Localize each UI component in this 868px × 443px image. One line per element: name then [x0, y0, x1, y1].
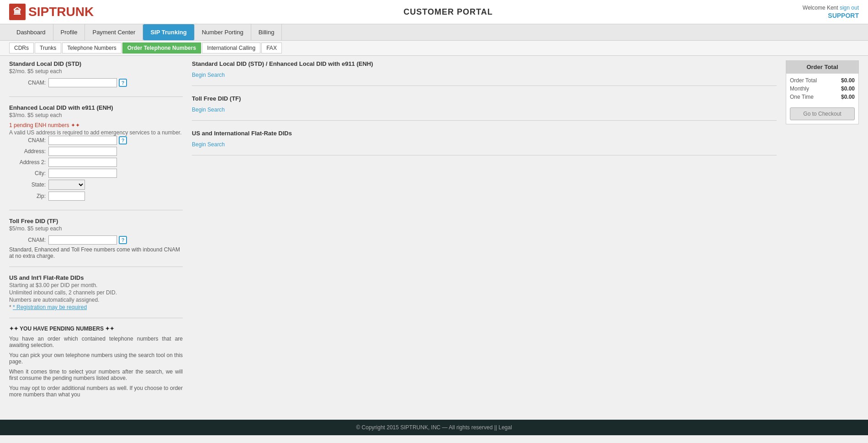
flat-rate-desc2: Unlimited inbound calls, 2 channels per … [9, 289, 183, 296]
subnav-fax[interactable]: FAX [261, 43, 282, 53]
enh-city-input[interactable] [48, 169, 117, 178]
nav-number-porting[interactable]: Number Porting [195, 24, 251, 40]
flat-rate-reg: * * Registration may be required [9, 304, 183, 310]
tf-did-title: Toll Free DID (TF) [9, 218, 183, 224]
std-did-price: $2/mo. $5 setup each [9, 68, 183, 75]
flat-rate-title: US and Int'l Flat-Rate DIDs [9, 274, 183, 281]
enh-state-row: State: ALAKAZ CACOFL GAILNY TX [9, 180, 183, 190]
welcome-text: Welcome Kent [803, 5, 838, 11]
order-total-body: Order Total $0.00 Monthly $0.00 One Time… [786, 74, 858, 124]
std-cnam-label: CNAM: [9, 80, 46, 86]
flat-rate-desc3: Numbers are automatically assigned. [9, 297, 183, 303]
enh-zip-row: Zip: [9, 192, 183, 201]
tf-search-title: Toll Free DID (TF) [192, 95, 777, 102]
enh-did-title: Enhanced Local DID with e911 (ENH) [9, 104, 183, 111]
enh-address2-row: Address 2: [9, 158, 183, 167]
tf-cnam-input[interactable] [48, 235, 117, 245]
logo-text: SIPTRUNK [28, 5, 94, 19]
order-total-label: Order Total [790, 77, 817, 84]
enh-address-note: A valid US address is required to add em… [9, 129, 183, 136]
middle-panel: Standard Local DID (STD) / Enhanced Loca… [192, 60, 777, 401]
std-did-title: Standard Local DID (STD) [9, 60, 183, 67]
std-did-section: Standard Local DID (STD) $2/mo. $5 setup… [9, 60, 183, 97]
order-monthly-value: $0.00 [841, 85, 855, 92]
enh-cnam-label: CNAM: [9, 137, 46, 144]
pending-title: ✦✦ YOU HAVE PENDING NUMBERS ✦✦ [9, 326, 183, 332]
tf-cnam-row: CNAM: ? [9, 235, 183, 245]
nav-billing[interactable]: Billing [251, 24, 282, 40]
order-total-header: Order Total [786, 61, 858, 74]
enh-cnam-row: CNAM: ? [9, 136, 183, 145]
order-total-row: Order Total $0.00 [790, 77, 855, 84]
tf-cnam-label: CNAM: [9, 237, 46, 243]
std-enh-search-section: Standard Local DID (STD) / Enhanced Loca… [192, 60, 777, 86]
tf-begin-search[interactable]: Begin Search [192, 107, 225, 113]
enh-address2-label: Address 2: [9, 159, 46, 165]
enh-address2-input[interactable] [48, 158, 117, 167]
sign-out-link[interactable]: sign out [840, 5, 859, 11]
nav-dashboard[interactable]: Dashboard [9, 24, 53, 40]
subnav-trunks[interactable]: Trunks [35, 43, 61, 53]
enh-city-row: City: [9, 169, 183, 178]
pending-para4: You may opt to order additional numbers … [9, 385, 183, 398]
enh-address-row: Address: [9, 147, 183, 156]
tf-did-section: Toll Free DID (TF) $5/mo. $5 setup each … [9, 218, 183, 267]
nav-payment-center[interactable]: Payment Center [85, 24, 143, 40]
enh-address-input[interactable] [48, 147, 117, 156]
main-content: Standard Local DID (STD) $2/mo. $5 setup… [0, 56, 868, 406]
std-cnam-row: CNAM: ? [9, 78, 183, 87]
order-total-value: $0.00 [841, 77, 855, 84]
tf-did-price: $5/mo. $5 setup each [9, 225, 183, 232]
enh-did-price: $3/mo. $5 setup each [9, 112, 183, 118]
logo-trunk: TRUNK [49, 5, 94, 19]
registration-link[interactable]: * Registration may be required [13, 304, 87, 310]
pending-para2: You can pick your own telephone numbers … [9, 352, 183, 365]
order-onetime-value: $0.00 [841, 94, 855, 100]
right-panel: Order Total Order Total $0.00 Monthly $0… [786, 60, 859, 401]
tf-cnam-help-icon[interactable]: ? [119, 236, 127, 244]
cnam-info: Standard, Enhanced and Toll Free numbers… [9, 246, 183, 259]
order-total-box: Order Total Order Total $0.00 Monthly $0… [786, 60, 859, 124]
checkout-button[interactable]: Go to Checkout [790, 107, 855, 120]
order-onetime-row: One Time $0.00 [790, 94, 855, 100]
portal-title: CUSTOMER PORTAL [403, 7, 492, 17]
page-header: 🏛 SIPTRUNK CUSTOMER PORTAL Welcome Kent … [0, 0, 868, 24]
pending-section: ✦✦ YOU HAVE PENDING NUMBERS ✦✦ You have … [9, 326, 183, 398]
subnav-cdrs[interactable]: CDRs [9, 43, 34, 53]
main-nav: Dashboard Profile Payment Center SIP Tru… [0, 24, 868, 41]
order-monthly-label: Monthly [790, 85, 809, 92]
enh-zip-input[interactable] [48, 192, 85, 201]
enh-cnam-input[interactable] [48, 136, 117, 145]
order-onetime-label: One Time [790, 94, 814, 100]
std-cnam-help-icon[interactable]: ? [119, 79, 127, 87]
logo-icon: 🏛 [9, 4, 26, 20]
footer: © Copyright 2015 SIPTRUNK, INC — All rig… [0, 420, 868, 435]
pending-para3: When it comes time to select your number… [9, 368, 183, 381]
flatrate-search-section: US and International Flat-Rate DIDs Begi… [192, 130, 777, 155]
top-right: Welcome Kent sign out SUPPORT [803, 5, 859, 19]
logo: 🏛 SIPTRUNK [9, 4, 94, 20]
std-enh-begin-search[interactable]: Begin Search [192, 72, 225, 78]
nav-profile[interactable]: Profile [53, 24, 85, 40]
subnav-order-telephone-numbers[interactable]: Order Telephone Numbers [122, 43, 201, 53]
enh-cnam-help-icon[interactable]: ? [119, 136, 127, 144]
flatrate-search-title: US and International Flat-Rate DIDs [192, 130, 777, 137]
flat-rate-desc1: Starting at $3.00 per DID per month. [9, 282, 183, 288]
footer-separator: || [494, 424, 497, 431]
flatrate-begin-search[interactable]: Begin Search [192, 141, 225, 148]
order-monthly-row: Monthly $0.00 [790, 85, 855, 92]
std-enh-search-title: Standard Local DID (STD) / Enhanced Loca… [192, 60, 777, 67]
support-link[interactable]: SUPPORT [803, 12, 859, 19]
subnav-international-calling[interactable]: International Calling [202, 43, 260, 53]
enh-state-label: State: [9, 181, 46, 188]
nav-sip-trunking[interactable]: SIP Trunking [143, 24, 194, 40]
enh-city-label: City: [9, 170, 46, 176]
subnav-telephone-numbers[interactable]: Telephone Numbers [62, 43, 121, 53]
enh-zip-label: Zip: [9, 193, 46, 199]
sub-nav: CDRs Trunks Telephone Numbers Order Tele… [0, 41, 868, 56]
pending-para1: You have an order which contained teleph… [9, 336, 183, 348]
enh-state-select[interactable]: ALAKAZ CACOFL GAILNY TX [48, 180, 85, 190]
std-cnam-input[interactable] [48, 78, 117, 87]
footer-legal-link[interactable]: Legal [498, 424, 512, 431]
flat-rate-section: US and Int'l Flat-Rate DIDs Starting at … [9, 274, 183, 318]
